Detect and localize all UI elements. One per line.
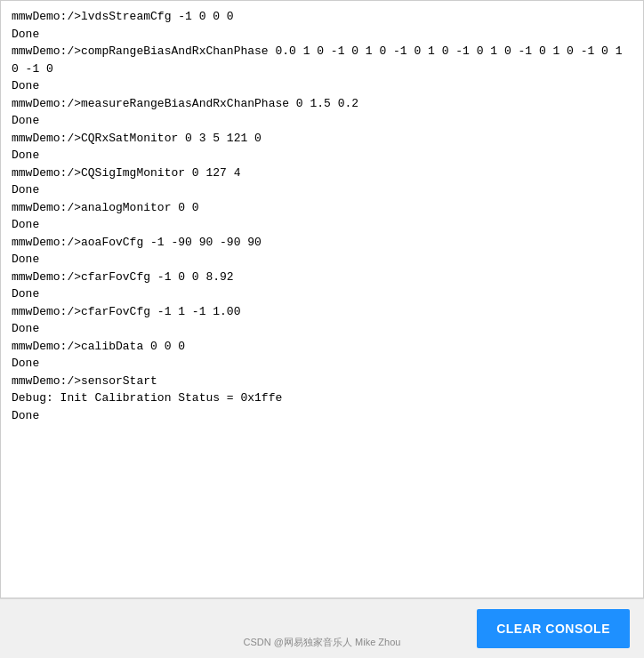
console-line: Done	[12, 181, 632, 199]
console-line: mmwDemo:/>analogMonitor 0 0	[12, 199, 632, 217]
console-wrapper: mmwDemo:/>lvdsStreamCfg -1 0 0 0DonemmwD…	[0, 0, 644, 658]
console-line: Done	[12, 355, 632, 373]
console-line: mmwDemo:/>sensorStart	[12, 373, 632, 390]
console-line: mmwDemo:/>compRangeBiasAndRxChanPhase 0.…	[12, 43, 632, 77]
console-line: mmwDemo:/>cfarFovCfg -1 0 0 8.92	[12, 269, 632, 286]
console-line: Done	[12, 26, 632, 44]
console-line: Done	[12, 112, 632, 130]
console-line: mmwDemo:/>measureRangeBiasAndRxChanPhase…	[12, 95, 632, 113]
clear-console-button[interactable]: CLEAR CONSOLE	[477, 609, 630, 648]
console-line: Done	[12, 77, 632, 95]
watermark: CSDN @网易独家音乐人 Mike Zhou	[244, 636, 401, 649]
console-line: mmwDemo:/>aoaFovCfg -1 -90 90 -90 90	[12, 234, 632, 252]
console-line: Done	[12, 407, 632, 425]
console-line: mmwDemo:/>calibData 0 0 0	[12, 338, 632, 356]
console-line: Debug: Init Calibration Status = 0x1ffe	[12, 389, 632, 407]
footer-bar: CLEAR CONSOLE CSDN @网易独家音乐人 Mike Zhou	[0, 598, 644, 658]
console-line: Done	[12, 320, 632, 338]
console-line: Done	[12, 147, 632, 164]
console-output[interactable]: mmwDemo:/>lvdsStreamCfg -1 0 0 0DonemmwD…	[0, 0, 644, 598]
console-line: Done	[12, 285, 632, 303]
console-line: Done	[12, 251, 632, 269]
console-line: mmwDemo:/>CQRxSatMonitor 0 3 5 121 0	[12, 130, 632, 148]
console-line: Done	[12, 216, 632, 234]
console-line: mmwDemo:/>CQSigImgMonitor 0 127 4	[12, 164, 632, 182]
console-line: mmwDemo:/>lvdsStreamCfg -1 0 0 0	[12, 8, 632, 26]
console-line: mmwDemo:/>cfarFovCfg -1 1 -1 1.00	[12, 303, 632, 321]
